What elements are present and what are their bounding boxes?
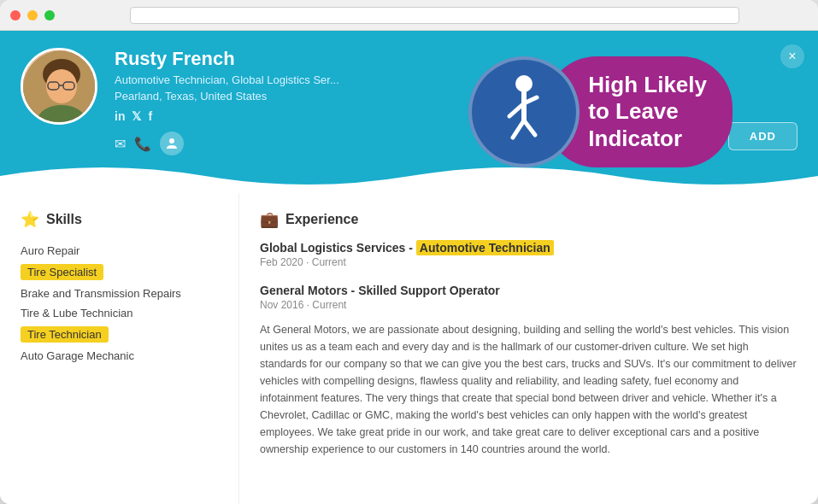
indicator-overlay: High Likely to Leave Indicator	[468, 56, 733, 167]
main-window: ×	[0, 0, 818, 504]
close-button[interactable]: ×	[780, 44, 804, 68]
skill-item-auro-repair[interactable]: Auro Repair	[21, 241, 218, 261]
linkedin-icon[interactable]: in	[115, 109, 125, 123]
indicator-line2: to Leave	[588, 98, 707, 125]
add-button[interactable]: ADD	[728, 122, 797, 150]
experience-icon: 💼	[260, 210, 279, 229]
twitter-icon[interactable]: 𝕏	[132, 109, 141, 123]
minimize-traffic-light[interactable]	[27, 10, 38, 21]
svg-line-12	[513, 120, 524, 138]
skills-header: ⭐ Skills	[21, 210, 218, 229]
left-panel: ⭐ Skills Auro Repair Tire Specialist Bra…	[0, 193, 239, 504]
right-panel: 💼 Experience Global Logistics Services -…	[239, 193, 818, 504]
maximize-traffic-light[interactable]	[44, 10, 55, 21]
skill-item-brake-transmission[interactable]: Brake and Transmission Repairs	[21, 284, 218, 303]
profile-action-icon[interactable]	[160, 132, 184, 155]
skill-item-tire-specialist[interactable]: Tire Specialist	[21, 261, 218, 284]
experience-title: Experience	[285, 212, 358, 227]
skills-title: Skills	[46, 212, 82, 227]
skills-icon: ⭐	[21, 210, 39, 229]
indicator-line3: Indicator	[588, 126, 707, 152]
exp-date-global: Feb 2020 · Current	[260, 256, 797, 268]
experience-header: 💼 Experience	[260, 210, 797, 229]
phone-icon[interactable]: 📞	[134, 136, 151, 152]
address-bar	[130, 7, 739, 24]
svg-line-13	[524, 120, 535, 135]
svg-point-7	[169, 138, 174, 144]
exp-company-gm: General Motors - Skilled Support Operato…	[260, 284, 797, 297]
exp-item-global-logistics: Global Logistics Services - Automotive T…	[260, 241, 797, 268]
skill-item-auto-garage[interactable]: Auto Garage Mechanic	[21, 346, 218, 366]
svg-point-2	[46, 69, 77, 103]
email-icon[interactable]: ✉	[115, 136, 126, 152]
indicator-circle	[468, 56, 580, 167]
body: ⭐ Skills Auro Repair Tire Specialist Bra…	[0, 193, 818, 504]
skill-highlight-tire-technician: Tire Technician	[21, 326, 109, 343]
exp-date-gm: Nov 2016 · Current	[260, 299, 797, 311]
skill-item-tire-technician[interactable]: Tire Technician	[21, 323, 218, 346]
skill-highlight-tire-specialist: Tire Specialist	[21, 264, 103, 280]
facebook-icon[interactable]: f	[148, 109, 152, 123]
avatar-image	[23, 50, 95, 122]
exp-role-automotive: Automotive Technician	[416, 240, 554, 255]
close-traffic-light[interactable]	[10, 10, 21, 21]
profile-header: ×	[0, 31, 818, 193]
exp-item-general-motors: General Motors - Skilled Support Operato…	[260, 284, 797, 458]
exp-description-gm: At General Motors, we are passionate abo…	[260, 321, 797, 458]
exp-company-global: Global Logistics Services - Automotive T…	[260, 241, 797, 255]
avatar	[21, 48, 97, 125]
titlebar	[0, 0, 818, 31]
skill-item-tire-lube[interactable]: Tire & Lube Technician	[21, 303, 218, 323]
indicator-line1: High Likely	[588, 72, 707, 98]
